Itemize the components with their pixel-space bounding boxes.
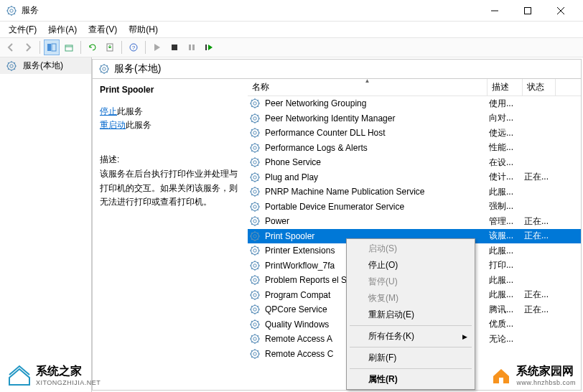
service-row[interactable]: Plug and Play使计...正在... — [248, 170, 581, 185]
gear-icon — [249, 274, 261, 286]
stop-service-button[interactable] — [167, 39, 182, 55]
window-title: 服务 — [22, 4, 478, 17]
maximize-button[interactable] — [511, 0, 544, 22]
svg-rect-15 — [52, 44, 56, 51]
svg-rect-21 — [172, 45, 177, 50]
svg-rect-14 — [47, 44, 51, 51]
stop-link[interactable]: 停止 — [100, 106, 117, 116]
gear-icon — [249, 142, 261, 154]
titlebar: 服务 — [0, 0, 583, 22]
column-desc[interactable]: 描述 — [488, 79, 523, 95]
export-button[interactable] — [102, 39, 118, 55]
service-status-cell: 正在... — [522, 289, 555, 301]
gear-icon — [249, 230, 261, 242]
tree-root-node[interactable]: 服务(本地) — [0, 57, 91, 74]
service-row[interactable]: Peer Networking Grouping使用... — [248, 96, 581, 111]
ctx-pause: 暂停(U) — [348, 274, 473, 290]
service-desc-cell: 性能... — [487, 141, 522, 154]
context-menu: 启动(S) 停止(O) 暂停(U) 恢复(M) 重新启动(E) 所有任务(K)▶… — [346, 238, 475, 390]
svg-rect-16 — [65, 45, 73, 51]
service-row[interactable]: Power管理...正在... — [248, 214, 581, 229]
svg-rect-23 — [192, 45, 195, 50]
gear-icon — [98, 63, 110, 75]
svg-text:?: ? — [132, 45, 136, 51]
service-name-cell: Peer Networking Identity Manager — [263, 113, 487, 123]
service-desc-cell: 使用... — [487, 98, 522, 110]
service-name-cell: Performance Counter DLL Host — [263, 128, 487, 138]
service-desc-cell: 此服... — [487, 274, 522, 286]
service-desc-cell: 此服... — [487, 289, 522, 301]
restart-link[interactable]: 重启动 — [100, 120, 126, 130]
service-name-cell: Power — [263, 216, 487, 226]
gear-icon — [249, 186, 261, 197]
service-desc-cell: 强制... — [487, 200, 522, 213]
ctx-all-tasks[interactable]: 所有任务(K)▶ — [348, 328, 473, 345]
service-status-cell: 正在... — [522, 230, 555, 242]
gear-icon — [249, 319, 261, 330]
ctx-separator — [350, 325, 472, 326]
help-button[interactable]: ? — [126, 39, 141, 55]
service-row[interactable]: PNRP Machine Name Publication Service此服.… — [248, 185, 581, 200]
column-name[interactable]: ▲名称 — [248, 79, 488, 95]
ctx-restart[interactable]: 重新启动(E) — [348, 307, 473, 323]
description-label: 描述: — [100, 154, 241, 166]
gear-icon — [249, 215, 261, 227]
service-row[interactable]: Phone Service在设... — [248, 155, 581, 170]
start-service-button[interactable] — [149, 39, 165, 55]
stop-suffix: 此服务 — [117, 106, 143, 116]
column-status[interactable]: 状态 — [523, 79, 556, 95]
gear-icon — [249, 113, 261, 124]
ctx-refresh[interactable]: 刷新(F) — [348, 350, 473, 366]
show-hide-tree-button[interactable] — [44, 39, 60, 55]
service-row[interactable]: Performance Counter DLL Host使远... — [248, 126, 581, 141]
pane-header-title: 服务(本地) — [114, 62, 161, 75]
ctx-properties[interactable]: 属性(R) — [348, 371, 473, 388]
service-row[interactable]: Portable Device Enumerator Service强制... — [248, 200, 581, 215]
ctx-stop[interactable]: 停止(O) — [348, 257, 473, 274]
service-desc-cell: 该服... — [487, 230, 522, 242]
forward-button[interactable] — [20, 39, 36, 55]
house-icon — [7, 365, 32, 386]
service-desc-cell: 管理... — [487, 215, 522, 228]
gear-icon — [249, 348, 261, 360]
service-status-cell: 正在... — [522, 171, 555, 183]
menu-action[interactable]: 操作(A) — [42, 22, 83, 37]
service-name-cell: PNRP Machine Name Publication Service — [263, 187, 487, 197]
watermark-left: 系统之家 XITONGZHIJIA.NET — [7, 364, 101, 386]
app-icon — [6, 5, 17, 17]
service-desc-cell: 优质... — [487, 318, 522, 330]
toolbar-separator — [39, 41, 40, 54]
minimize-button[interactable] — [478, 0, 511, 22]
service-row[interactable]: Performance Logs & Alerts性能... — [248, 141, 581, 156]
pause-service-button[interactable] — [184, 39, 200, 55]
service-row[interactable]: Peer Networking Identity Manager向对... — [248, 111, 581, 126]
watermark-sub: www.hnzhbsb.com — [516, 379, 576, 386]
watermark-text: 系统家园网 — [516, 364, 576, 379]
toolbar-separator — [145, 41, 146, 54]
watermark-sub: XITONGZHIJIA.NET — [36, 379, 101, 386]
detail-pane: Print Spooler 停止此服务 重启动此服务 描述: 该服务在后台执行打… — [93, 79, 248, 390]
close-button[interactable] — [544, 0, 577, 22]
service-name-cell: Performance Logs & Alerts — [263, 143, 487, 153]
properties-toolbar-button[interactable] — [61, 39, 77, 55]
gear-icon — [249, 333, 261, 345]
menu-file[interactable]: 文件(F) — [3, 22, 42, 37]
pane-header: 服务(本地) — [93, 60, 581, 79]
service-desc-cell: 此服... — [487, 186, 522, 198]
restart-service-button[interactable] — [201, 39, 217, 55]
selected-service-name: Print Spooler — [100, 85, 241, 95]
svg-rect-22 — [189, 45, 191, 50]
refresh-button[interactable] — [85, 39, 101, 55]
sort-indicator-icon: ▲ — [365, 79, 370, 84]
svg-rect-25 — [499, 378, 503, 383]
gear-icon — [249, 172, 261, 183]
watermark-right: 系统家园网 www.hnzhbsb.com — [490, 364, 576, 386]
gear-icon — [249, 245, 261, 256]
toolbar: ? — [0, 37, 583, 57]
toolbar-separator — [80, 41, 81, 54]
menu-help[interactable]: 帮助(H) — [123, 22, 164, 37]
service-name-cell: Peer Networking Grouping — [263, 98, 487, 108]
svg-rect-24 — [205, 45, 207, 50]
menu-view[interactable]: 查看(V) — [83, 22, 123, 37]
back-button[interactable] — [3, 39, 19, 55]
